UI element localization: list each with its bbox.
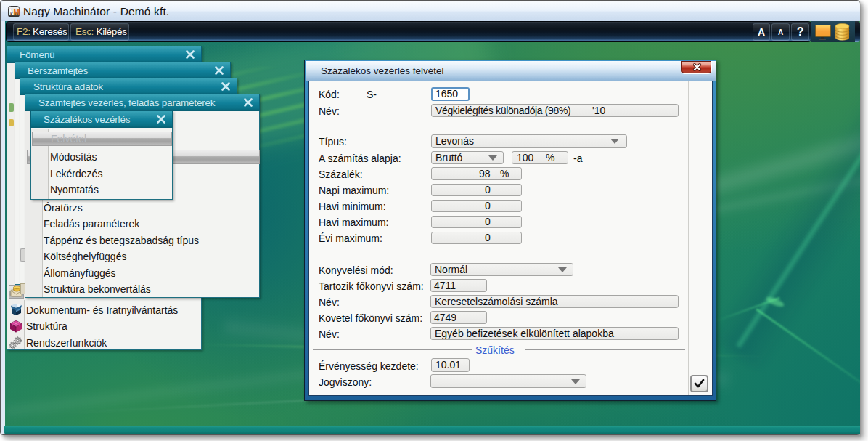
svg-text:M: M	[13, 8, 20, 17]
